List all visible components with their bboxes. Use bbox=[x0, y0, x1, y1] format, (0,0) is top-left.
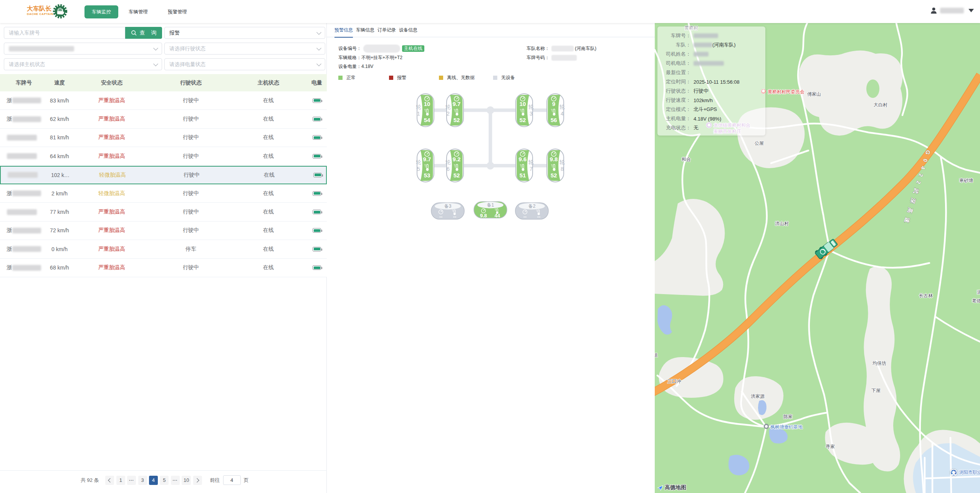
user-menu[interactable] bbox=[930, 7, 974, 15]
svg-text:轮: 轮 bbox=[445, 104, 451, 110]
tab-alert-info[interactable]: 预警信息 bbox=[334, 23, 353, 37]
tab-order-log[interactable]: 订单记录 bbox=[377, 23, 396, 37]
plate-cell bbox=[7, 147, 41, 165]
next-page-button[interactable] bbox=[193, 476, 202, 485]
svg-text:--: -- bbox=[453, 214, 457, 220]
spare-tire[interactable]: 备3 -- -- bbox=[431, 201, 465, 220]
place-name: 老佐 bbox=[972, 298, 980, 303]
driving-cell: 行驶中 bbox=[169, 167, 215, 184]
table-row[interactable]: 64 km/h 严重胎温高 行驶中 在线 bbox=[0, 147, 327, 165]
tab-vehicle-info[interactable]: 车辆信息 bbox=[356, 23, 374, 37]
battery-cell bbox=[305, 129, 328, 147]
col-host: 主机状态 bbox=[245, 74, 291, 91]
safety-status-text: 严重胎温高 bbox=[98, 134, 125, 141]
map-attribution-text: 高德地图 bbox=[665, 484, 686, 491]
wheel-tire[interactable]: 轮3 轮3 10 bbox=[515, 93, 533, 127]
alarm-filter-select[interactable]: 报警 bbox=[164, 27, 325, 39]
host-cell: 在线 bbox=[245, 203, 291, 221]
battery-icon bbox=[313, 247, 321, 251]
fleet-name-suffix: (河南车队) bbox=[575, 45, 596, 52]
table-row[interactable]: 浙 2 km/h 轻微胎温高 行驶中 在线 bbox=[0, 184, 327, 203]
poi-icon bbox=[764, 424, 769, 429]
spare-tire[interactable]: 备1 9.8 44 bbox=[473, 200, 507, 219]
select-value: 报警 bbox=[169, 30, 180, 36]
plate-cell: 浙 bbox=[7, 110, 41, 128]
table-row[interactable]: 81 km/h 严重胎温高 行驶中 在线 bbox=[0, 129, 327, 147]
wheel-tire[interactable]: 轮7 轮7 9.6 bbox=[515, 149, 533, 182]
tab-device-info[interactable]: 设备信息 bbox=[399, 23, 417, 37]
map-panel[interactable]: G0422武深高速 黄桥村 傅家山 大白村 公屋 和合 寒砂塘 洪山村 bbox=[655, 23, 980, 493]
page-button[interactable]: 4 bbox=[149, 476, 158, 485]
svg-text:2: 2 bbox=[447, 111, 450, 117]
legend-label: 无设备 bbox=[501, 74, 515, 81]
goto-page-input[interactable]: 4 bbox=[223, 475, 241, 485]
speed-cell: 81 km/h bbox=[42, 129, 77, 147]
wheel-tire[interactable]: 轮4 轮4 9 bbox=[546, 93, 564, 127]
plate-redacted bbox=[7, 153, 37, 159]
poi-text: 浏阳市职业中 bbox=[959, 469, 980, 475]
map-poi[interactable]: 浏阳市职业中 bbox=[950, 469, 980, 476]
table-row[interactable]: 浙 62 km/h 严重胎温高 行驶中 在线 bbox=[0, 110, 327, 128]
map-place-label: 陈家 bbox=[783, 414, 793, 420]
nav-item[interactable]: 车辆监控 bbox=[84, 5, 118, 18]
place-name: 陈家 bbox=[783, 414, 793, 419]
wheel-tire[interactable]: 轮6 轮6 9.2 bbox=[446, 149, 464, 182]
page-button[interactable]: ••• bbox=[127, 476, 136, 485]
table-row[interactable]: 浙 83 km/h 严重胎温高 行驶中 在线 bbox=[0, 91, 327, 110]
safety-cell: 严重胎温高 bbox=[89, 110, 135, 128]
map-poi[interactable]: 枫树塘垂钓基地 bbox=[764, 424, 803, 430]
svg-text:53: 53 bbox=[424, 172, 430, 179]
place-name: 均佳坊 bbox=[872, 361, 886, 366]
wheel-tire[interactable]: 轮1 轮1 10 bbox=[417, 93, 434, 127]
nav-item-label: 车辆管理 bbox=[129, 9, 148, 15]
page: 大车队长 DACHE CAPTAIN 车辆监控 车辆管理 预警管理 bbox=[0, 0, 980, 493]
svg-text:9.6: 9.6 bbox=[519, 156, 527, 162]
plate-search-input[interactable]: 请输入车牌号 bbox=[4, 27, 125, 39]
svg-text:轮: 轮 bbox=[445, 159, 451, 165]
map-place-label: 下屋 bbox=[871, 387, 881, 394]
prev-page-button[interactable] bbox=[105, 476, 114, 485]
speed-cell: 72 km/h bbox=[42, 222, 77, 240]
safety-status-text: 严重胎温高 bbox=[98, 153, 125, 160]
table-row[interactable]: 102 k… 轻微胎温高 行驶中 在线 bbox=[0, 166, 327, 184]
plate-cell: 浙 bbox=[7, 91, 41, 109]
info-value: 无 bbox=[694, 124, 699, 131]
map-place-label: 洪山村 bbox=[775, 220, 789, 227]
svg-text:5: 5 bbox=[417, 166, 420, 172]
svg-text:52: 52 bbox=[551, 172, 557, 179]
vehicle-table: 浙 83 km/h 严重胎温高 行驶中 在线 浙 62 km/h 严重胎温高 行… bbox=[0, 91, 327, 277]
col-safety: 安全状态 bbox=[89, 74, 135, 91]
safety-status-text: 严重胎温高 bbox=[98, 246, 125, 253]
wheel-tire[interactable]: 轮5 轮5 9.7 bbox=[417, 149, 434, 182]
host-state-select[interactable]: 请选择主机状态 bbox=[4, 58, 162, 70]
page-button[interactable]: 1 bbox=[116, 476, 125, 485]
plate-prefix: 浙 bbox=[7, 264, 12, 271]
page-button[interactable]: 5 bbox=[160, 476, 169, 485]
speed-cell: 0 km/h bbox=[42, 240, 77, 258]
driving-state-select[interactable]: 请选择行驶状态 bbox=[164, 43, 325, 55]
wheel-tire[interactable]: 轮8 轮8 9.8 bbox=[546, 149, 564, 182]
svg-text:轮: 轮 bbox=[560, 159, 565, 165]
col-speed: 速度 bbox=[42, 74, 77, 91]
info-value bbox=[694, 61, 724, 66]
map-poi[interactable]: 黄桥村村民委员会 bbox=[761, 89, 805, 95]
nav-item[interactable]: 预警管理 bbox=[168, 9, 187, 15]
table-row[interactable]: 77 km/h 严重胎温高 行驶中 在线 bbox=[0, 203, 327, 221]
page-button[interactable]: 3 bbox=[138, 476, 147, 485]
spare-tire[interactable]: 备2 -- -- bbox=[515, 201, 549, 220]
spec-value: 不明+挂车+不明+T2 bbox=[361, 55, 402, 61]
safety-cell: 严重胎温高 bbox=[89, 240, 135, 258]
battery-state-select[interactable]: 请选择电量状态 bbox=[164, 58, 325, 70]
wheel-tire[interactable]: 轮2 轮2 9.7 bbox=[446, 93, 464, 127]
svg-text:9.8: 9.8 bbox=[550, 156, 558, 162]
svg-text:1: 1 bbox=[417, 111, 420, 117]
table-row[interactable]: 浙 0 km/h 严重胎温高 停车 在线 bbox=[0, 240, 327, 258]
search-button[interactable]: 查 询 bbox=[125, 27, 162, 39]
nav-item[interactable]: 车辆管理 bbox=[129, 9, 148, 15]
page-button[interactable]: ••• bbox=[171, 476, 180, 485]
table-row[interactable]: 浙 68 km/h 严重胎温高 行驶中 在线 bbox=[0, 259, 327, 277]
fleet-filter-select[interactable] bbox=[4, 43, 162, 55]
table-row[interactable]: 浙 72 km/h 严重胎温高 行驶中 在线 bbox=[0, 222, 327, 240]
page-button[interactable]: 10 bbox=[182, 476, 191, 485]
map-place-label: 寒砂塘 bbox=[959, 177, 973, 184]
